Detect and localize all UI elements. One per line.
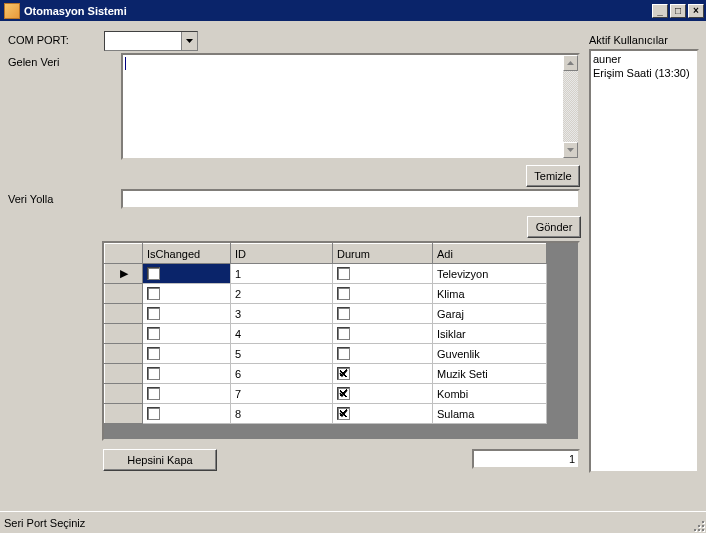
grid-table: IsChanged ID Durum Adi ▶1Televizyon2Klim… xyxy=(104,243,547,424)
scrollbar-vertical[interactable] xyxy=(562,55,578,158)
cell-adi[interactable]: Muzik Seti xyxy=(433,364,547,384)
checkbox[interactable] xyxy=(147,307,160,320)
numeric-input[interactable]: 1 xyxy=(472,449,580,469)
table-row[interactable]: 7Kombi xyxy=(105,384,547,404)
cell-durum[interactable] xyxy=(333,404,433,424)
checkbox[interactable] xyxy=(337,387,350,400)
checkbox[interactable] xyxy=(147,387,160,400)
table-row[interactable]: ▶1Televizyon xyxy=(105,264,547,284)
com-port-combo[interactable] xyxy=(104,31,198,51)
cell-id[interactable]: 5 xyxy=(231,344,333,364)
cell-id[interactable]: 1 xyxy=(231,264,333,284)
cell-durum[interactable] xyxy=(333,304,433,324)
table-row[interactable]: 5Guvenlik xyxy=(105,344,547,364)
cell-ischanged[interactable] xyxy=(143,304,231,324)
grid-header-row: IsChanged ID Durum Adi xyxy=(105,244,547,264)
checkbox[interactable] xyxy=(147,287,160,300)
cell-adi[interactable]: Kombi xyxy=(433,384,547,404)
statusbar: Seri Port Seçiniz xyxy=(0,511,706,533)
col-durum[interactable]: Durum xyxy=(333,244,433,264)
checkbox[interactable] xyxy=(337,327,350,340)
checkbox[interactable] xyxy=(147,367,160,380)
row-header[interactable]: ▶ xyxy=(105,264,143,284)
maximize-button[interactable]: □ xyxy=(670,4,686,18)
cell-durum[interactable] xyxy=(333,284,433,304)
cell-durum[interactable] xyxy=(333,384,433,404)
cell-ischanged[interactable] xyxy=(143,404,231,424)
row-header[interactable] xyxy=(105,304,143,324)
data-grid[interactable]: IsChanged ID Durum Adi ▶1Televizyon2Klim… xyxy=(102,241,580,441)
hepsini-kapa-button[interactable]: Hepsini Kapa xyxy=(103,449,217,471)
cell-adi[interactable]: Guvenlik xyxy=(433,344,547,364)
checkbox[interactable] xyxy=(147,267,160,280)
table-row[interactable]: 6Muzik Seti xyxy=(105,364,547,384)
checkbox[interactable] xyxy=(337,407,350,420)
cell-id[interactable]: 8 xyxy=(231,404,333,424)
checkbox[interactable] xyxy=(147,347,160,360)
window-title: Otomasyon Sistemi xyxy=(24,5,650,17)
gonder-button[interactable]: Gönder xyxy=(527,216,581,238)
status-text: Seri Port Seçiniz xyxy=(4,517,85,529)
row-header[interactable] xyxy=(105,324,143,344)
veri-yolla-input[interactable] xyxy=(121,189,580,209)
cell-adi[interactable]: Klima xyxy=(433,284,547,304)
table-row[interactable]: 2Klima xyxy=(105,284,547,304)
cell-ischanged[interactable] xyxy=(143,384,231,404)
cell-adi[interactable]: Garaj xyxy=(433,304,547,324)
table-row[interactable]: 3Garaj xyxy=(105,304,547,324)
cell-ischanged[interactable] xyxy=(143,324,231,344)
checkbox[interactable] xyxy=(147,407,160,420)
col-adi[interactable]: Adi xyxy=(433,244,547,264)
cell-id[interactable]: 7 xyxy=(231,384,333,404)
list-item[interactable]: Erişim Saati (13:30) xyxy=(593,66,695,80)
col-id[interactable]: ID xyxy=(231,244,333,264)
cell-id[interactable]: 6 xyxy=(231,364,333,384)
cell-id[interactable]: 2 xyxy=(231,284,333,304)
svg-marker-0 xyxy=(186,39,193,43)
checkbox[interactable] xyxy=(337,367,350,380)
checkbox[interactable] xyxy=(337,267,350,280)
aktif-kullanicilar-label: Aktif Kullanıcılar xyxy=(589,34,668,46)
row-header[interactable] xyxy=(105,384,143,404)
com-port-label: COM PORT: xyxy=(8,34,69,46)
title-bar: Otomasyon Sistemi _ □ × xyxy=(0,0,706,21)
row-header[interactable] xyxy=(105,404,143,424)
col-ischanged[interactable]: IsChanged xyxy=(143,244,231,264)
cell-durum[interactable] xyxy=(333,264,433,284)
row-header[interactable] xyxy=(105,364,143,384)
table-row[interactable]: 4Isiklar xyxy=(105,324,547,344)
scroll-up-icon[interactable] xyxy=(563,55,578,71)
cell-durum[interactable] xyxy=(333,364,433,384)
cell-ischanged[interactable] xyxy=(143,364,231,384)
list-item[interactable]: auner xyxy=(593,52,695,66)
checkbox[interactable] xyxy=(337,347,350,360)
cell-id[interactable]: 4 xyxy=(231,324,333,344)
svg-marker-2 xyxy=(567,148,574,152)
cell-ischanged[interactable] xyxy=(143,344,231,364)
checkbox[interactable] xyxy=(337,307,350,320)
cell-adi[interactable]: Sulama xyxy=(433,404,547,424)
cell-durum[interactable] xyxy=(333,344,433,364)
resize-grip-icon[interactable] xyxy=(690,517,704,531)
grid-corner xyxy=(105,244,143,264)
close-button[interactable]: × xyxy=(688,4,704,18)
cell-adi[interactable]: Isiklar xyxy=(433,324,547,344)
gelen-veri-textarea[interactable] xyxy=(121,53,580,160)
scroll-down-icon[interactable] xyxy=(563,142,578,158)
row-header[interactable] xyxy=(105,344,143,364)
row-header[interactable] xyxy=(105,284,143,304)
checkbox[interactable] xyxy=(147,327,160,340)
checkbox[interactable] xyxy=(337,287,350,300)
minimize-button[interactable]: _ xyxy=(652,4,668,18)
cell-durum[interactable] xyxy=(333,324,433,344)
cell-adi[interactable]: Televizyon xyxy=(433,264,547,284)
app-icon xyxy=(4,3,20,19)
cell-ischanged[interactable] xyxy=(143,284,231,304)
veri-yolla-label: Veri Yolla xyxy=(8,193,53,205)
chevron-down-icon[interactable] xyxy=(181,32,197,50)
cell-id[interactable]: 3 xyxy=(231,304,333,324)
cell-ischanged[interactable] xyxy=(143,264,231,284)
temizle-button[interactable]: Temizle xyxy=(526,165,580,187)
table-row[interactable]: 8Sulama xyxy=(105,404,547,424)
aktif-kullanicilar-list[interactable]: auner Erişim Saati (13:30) xyxy=(589,49,699,473)
